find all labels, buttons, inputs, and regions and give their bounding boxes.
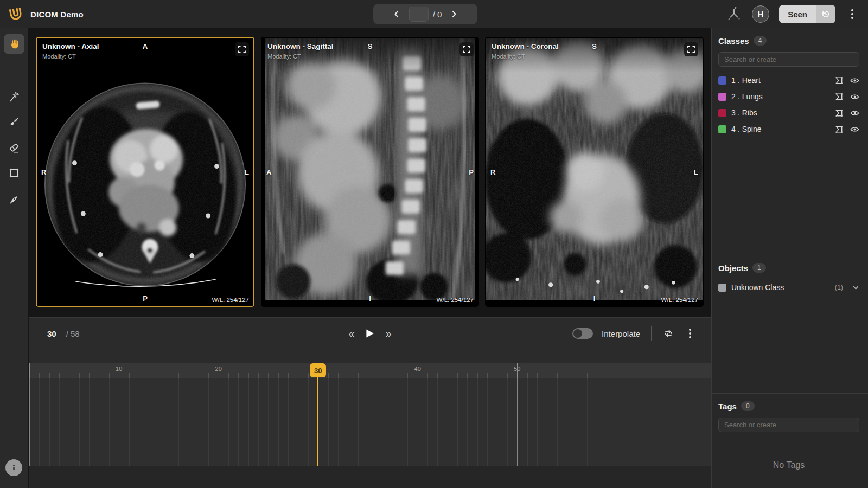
viewport-axial[interactable]: Unknown - Axial Modality: CT A R L P W/L… (36, 37, 254, 307)
history-icon[interactable] (816, 5, 835, 23)
slice-total-label: / 0 (433, 10, 442, 19)
timeline-grid-line (457, 378, 458, 466)
timeline-menu-button[interactable] (683, 324, 697, 343)
classes-title: Classes (718, 36, 749, 46)
loop-playback-button[interactable] (662, 328, 674, 339)
timeline-grid-line (29, 378, 30, 466)
timeline-grid-line (577, 378, 577, 466)
next-frame-button[interactable]: » (384, 327, 394, 340)
class-row-ribs[interactable]: 3.Ribs (718, 105, 859, 121)
ruler-tick (278, 373, 279, 378)
visibility-eye-icon[interactable] (850, 108, 859, 118)
timeline-grid-line (527, 378, 528, 466)
polygon-shape-icon[interactable] (834, 125, 844, 134)
ruler-tick (139, 373, 139, 378)
playhead-badge[interactable]: 30 (310, 363, 326, 377)
fullscreen-button[interactable] (459, 42, 474, 56)
ruler-tick (69, 373, 69, 378)
bounding-box-tool-button[interactable] (4, 163, 24, 183)
class-row-spine[interactable]: 4.Spine (718, 121, 859, 137)
overflow-menu-button[interactable] (845, 5, 859, 23)
viewport-coronal[interactable]: Unknown - Coronal Modality: CT S R L I W… (485, 37, 704, 307)
brush-tool-button[interactable] (4, 112, 24, 132)
slice-number-input[interactable] (409, 7, 429, 22)
ruler-tick (59, 373, 60, 378)
previous-frame-button[interactable]: « (346, 327, 356, 340)
prev-task-button[interactable] (388, 6, 405, 22)
axis-gizmo-icon[interactable]: z x y (726, 5, 742, 23)
timeline-grid-line (597, 378, 597, 466)
hand-tool-button[interactable] (4, 34, 24, 54)
timeline-grid-line (467, 378, 468, 466)
timeline-grid[interactable] (29, 378, 711, 466)
svg-text:y: y (738, 17, 740, 20)
timeline-grid-line (79, 378, 80, 466)
class-number: 2 (731, 92, 736, 101)
visibility-eye-icon[interactable] (850, 76, 859, 85)
fullscreen-button[interactable] (235, 42, 249, 56)
ruler-tick (507, 373, 508, 378)
top-bar: DICOM Demo / 0 z x y H Se (0, 0, 868, 28)
orientation-marker-left: R (490, 168, 495, 176)
ruler-tick-label: 50 (514, 365, 520, 372)
expand-chevron-icon[interactable] (852, 284, 859, 291)
timeline-grid-line (437, 378, 438, 466)
ruler-tick (238, 373, 239, 378)
eraser-tool-button[interactable] (4, 138, 24, 158)
right-sidebar: Classes 4 1.Heart 2.Lungs (711, 28, 868, 488)
fullscreen-button[interactable] (684, 42, 698, 56)
orientation-marker-top: A (143, 42, 148, 50)
orientation-marker-top: S (592, 42, 597, 50)
visibility-eye-icon[interactable] (850, 125, 859, 134)
viewport-sagittal[interactable]: Unknown - Sagittal Modality: CT S A P I … (261, 37, 479, 307)
timeline-grid-line (298, 378, 298, 466)
chevron-right-icon (450, 10, 458, 18)
timeline-grid-line (199, 378, 199, 466)
seen-status-button[interactable]: Seen (779, 5, 835, 23)
info-button[interactable] (5, 459, 22, 476)
ruler-tick (368, 373, 368, 378)
divider (651, 326, 652, 341)
object-group-row[interactable]: Unknown Class (1) (718, 279, 859, 296)
brush-icon (8, 116, 20, 128)
ruler-tick (497, 373, 497, 378)
polygon-pen-tool-button[interactable] (4, 189, 24, 209)
ruler-tick (577, 373, 577, 378)
play-button[interactable] (366, 329, 375, 338)
magic-wand-tool-button[interactable] (4, 87, 24, 107)
user-avatar[interactable]: H (752, 5, 769, 23)
playback-buttons: « » (346, 318, 393, 349)
timeline-grid-line (59, 378, 60, 466)
ruler-tick (89, 373, 90, 378)
ruler-tick (358, 373, 359, 378)
orientation-marker-right: L (694, 168, 698, 176)
timeline-grid-line (219, 378, 219, 466)
app-root: DICOM Demo / 0 z x y H Se (0, 0, 868, 488)
ruler-tick (109, 373, 110, 378)
timeline-grid-line (278, 378, 279, 466)
timeline-grid-line (159, 378, 159, 466)
classes-search-input[interactable] (718, 52, 859, 67)
classes-section: Classes 4 1.Heart 2.Lungs (712, 28, 868, 255)
timeline-ruler[interactable]: 10204050 (29, 363, 711, 378)
polygon-shape-icon[interactable] (834, 76, 844, 85)
ruler-tick (79, 373, 80, 378)
class-row-heart[interactable]: 1.Heart (718, 72, 859, 88)
tags-title: Tags (718, 402, 737, 411)
timeline-grid-line (268, 378, 269, 466)
polygon-shape-icon[interactable] (834, 108, 844, 118)
interpolate-toggle[interactable] (572, 328, 593, 339)
tags-search-input[interactable] (718, 418, 859, 432)
no-tags-message: No Tags (718, 460, 859, 470)
ruler-tick-label: 40 (414, 365, 421, 372)
timeline-grid-line (537, 378, 538, 466)
class-row-lungs[interactable]: 2.Lungs (718, 88, 859, 105)
polygon-shape-icon[interactable] (834, 92, 844, 101)
ruler-tick (149, 373, 149, 378)
current-frame-value[interactable]: 30 (47, 329, 56, 338)
visibility-eye-icon[interactable] (850, 92, 859, 101)
viewport-title: Unknown - Axial (42, 42, 99, 50)
orientation-marker-top: S (368, 42, 373, 50)
next-task-button[interactable] (446, 6, 462, 22)
playhead-line (317, 376, 318, 466)
